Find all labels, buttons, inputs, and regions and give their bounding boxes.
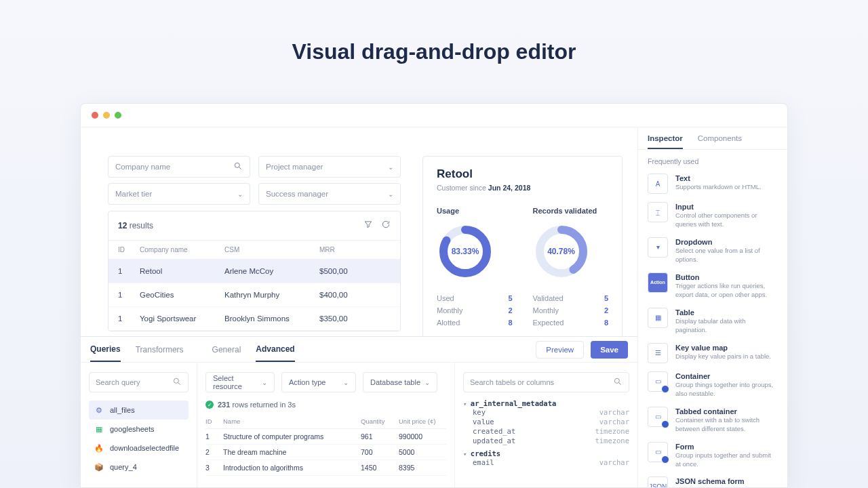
result-row[interactable]: 2The dream machine7005000: [205, 445, 446, 460]
query-status: ✓231 rows returned in 3s: [205, 401, 446, 409]
query-item[interactable]: ▦googlesheets: [89, 420, 189, 439]
component-icon: ⌶: [648, 202, 668, 222]
minimize-dot[interactable]: [103, 112, 110, 119]
records-stats: Validated5Monthly2Expected8: [533, 292, 609, 329]
component-item[interactable]: ▭ContainerGroup things together into gro…: [638, 367, 787, 403]
save-button[interactable]: Save: [591, 341, 628, 359]
preview-button[interactable]: Preview: [536, 341, 584, 359]
component-icon: ▭: [648, 407, 668, 427]
placeholder: Project manager: [266, 163, 323, 171]
result-row[interactable]: 3Introduction to algorithms14508395: [205, 460, 446, 476]
company-name-input[interactable]: Company name: [108, 156, 250, 178]
component-icon: JSON: [648, 476, 668, 488]
query-panel: Queries Transformers General Advanced Pr…: [81, 336, 637, 488]
component-icon: ☰: [648, 343, 668, 363]
query-list-panel: Search query ⚙all_files▦googlesheets🔥dow…: [81, 363, 197, 488]
canvas: Company name Project manager ⌄ Market ti…: [81, 127, 787, 488]
result-row[interactable]: 1Structure of computer programs961990000: [205, 429, 446, 445]
component-item[interactable]: ActionButtonTrigger actions like run que…: [638, 268, 787, 304]
usage-donut: 83.33%: [437, 223, 494, 280]
results-table: 12 results ID Company name CSM MRR 1Reto…: [108, 211, 401, 331]
records-metric: Records validated 40.78%: [533, 207, 609, 280]
table-row[interactable]: 1RetoolArlene McCoy$500,00: [108, 260, 400, 283]
page-title: Visual drag-and-drop editor: [0, 0, 868, 92]
placeholder: Company name: [115, 163, 170, 171]
market-tier-select[interactable]: Market tier ⌄: [108, 183, 250, 205]
search-icon: [172, 377, 182, 388]
svg-line-7: [178, 383, 180, 385]
zoom-dot[interactable]: [115, 112, 121, 119]
component-item[interactable]: ▦TableDisplay tabular data with paginati…: [638, 304, 787, 339]
records-donut: 40.78%: [533, 223, 590, 280]
schema-column[interactable]: updated_attimezone: [463, 436, 629, 445]
query-icon: 📦: [94, 462, 104, 472]
search-icon: [233, 161, 243, 172]
schema-table[interactable]: credits: [463, 449, 629, 458]
svg-point-6: [174, 378, 178, 383]
table-header-bar: 12 results: [108, 211, 400, 241]
component-item[interactable]: ▭FormGroup inputs together and submit at…: [638, 438, 787, 473]
component-icon: Action: [648, 272, 668, 293]
inspector-sidebar: Inspector Components Frequently used ATe…: [637, 127, 787, 488]
chevron-down-icon: ⌄: [237, 190, 243, 198]
schema-column[interactable]: keyvarchar: [463, 407, 629, 417]
component-item[interactable]: ☰Key value mapDisplay key value pairs in…: [638, 339, 787, 367]
query-item[interactable]: 📦query_4: [89, 458, 189, 476]
check-icon: ✓: [205, 401, 214, 409]
component-item[interactable]: ⌶InputControl other components or querie…: [638, 198, 787, 233]
svg-line-9: [619, 383, 621, 385]
placeholder: Success manager: [266, 190, 328, 198]
refresh-icon[interactable]: [381, 220, 391, 232]
query-icon: 🔥: [94, 443, 104, 453]
component-item[interactable]: JSONJSON schema formGenerate forms from …: [638, 472, 787, 488]
table-row[interactable]: 1Yogi SportswearBrooklyn Simmons$350,00: [108, 307, 400, 331]
query-search[interactable]: Search query: [89, 372, 189, 392]
query-editor: Select resource⌄ Action type⌄ Database t…: [197, 363, 455, 488]
db-table-select[interactable]: Database table⌄: [363, 372, 437, 392]
usage-stats: Used5Monthly2Alotted8: [437, 292, 513, 329]
action-type-select[interactable]: Action type⌄: [281, 372, 356, 392]
tab-components[interactable]: Components: [698, 134, 742, 149]
tab-advanced[interactable]: Advanced: [256, 338, 294, 362]
resource-select[interactable]: Select resource⌄: [205, 372, 275, 392]
component-icon: A: [648, 174, 668, 194]
customer-name: Retool: [437, 167, 608, 181]
query-item[interactable]: 🔥downloadselectedfile: [89, 439, 189, 458]
schema-search[interactable]: Search tabels or columns: [463, 372, 629, 392]
titlebar: [81, 104, 787, 127]
project-manager-select[interactable]: Project manager ⌄: [258, 156, 401, 178]
search-icon: [613, 377, 623, 388]
component-item[interactable]: ▾DropdownSelect one value from a list of…: [638, 233, 787, 268]
component-item[interactable]: ▭Tabbed containerContainer with a tab to…: [638, 403, 787, 438]
component-icon: ▾: [648, 237, 668, 258]
tab-queries[interactable]: Queries: [90, 338, 121, 362]
tab-transformers[interactable]: Transformers: [136, 338, 184, 361]
placeholder: Market tier: [115, 190, 152, 198]
success-manager-select[interactable]: Success manager ⌄: [258, 183, 401, 205]
tab-inspector[interactable]: Inspector: [648, 134, 683, 149]
tab-general[interactable]: General: [212, 338, 241, 361]
schema-column[interactable]: valuevarchar: [463, 417, 629, 426]
close-dot[interactable]: [92, 112, 98, 119]
svg-point-0: [235, 163, 239, 167]
panel-tabs: Queries Transformers General Advanced Pr…: [81, 337, 637, 363]
component-icon: ▭: [648, 442, 668, 462]
filter-icon[interactable]: [363, 220, 373, 232]
query-icon: ▦: [94, 424, 104, 434]
usage-metric: Usage 83.33%: [437, 207, 513, 280]
chevron-down-icon: ⌄: [388, 163, 393, 171]
schema-column[interactable]: emailvarchar: [463, 458, 629, 467]
component-icon: ▦: [648, 308, 668, 328]
schema-table[interactable]: ar_internal_metadata: [463, 399, 629, 407]
component-icon: ▭: [648, 371, 668, 392]
app-window: Company name Project manager ⌄ Market ti…: [80, 103, 788, 488]
section-frequently-used: Frequently used: [638, 150, 787, 169]
component-item[interactable]: ATextSupports markdown or HTML.: [638, 169, 787, 198]
schema-column[interactable]: created_attimezone: [463, 426, 629, 436]
table-row[interactable]: 1GeoCitiesKathryn Murphy$400,00: [108, 283, 400, 307]
filter-row-1: Company name Project manager ⌄: [108, 156, 401, 178]
svg-point-8: [614, 378, 619, 383]
query-item[interactable]: ⚙all_files: [89, 401, 189, 420]
schema-browser: Search tabels or columns ar_internal_met…: [455, 363, 637, 488]
svg-line-1: [239, 167, 241, 169]
